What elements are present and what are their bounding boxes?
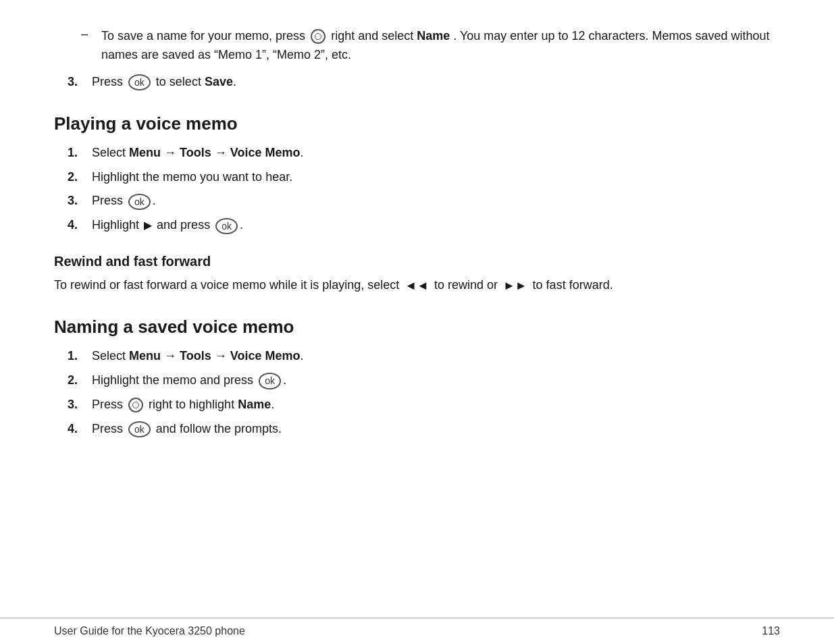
playing-step3-text: Press ok. <box>92 192 780 211</box>
ok-button-icon4: ok <box>259 373 281 389</box>
playing-step4-num: 4. <box>68 216 92 235</box>
step3-save-item: 3. Press ok to select Save. <box>54 73 780 92</box>
ps3-press: Press <box>92 194 123 207</box>
naming-step3-num: 3. <box>68 396 92 414</box>
ns1-arrow1: → <box>164 349 176 363</box>
nav-button-icon <box>311 29 325 44</box>
ps4-andpress: and press <box>157 218 210 232</box>
ns3-mid: right to highlight <box>149 398 234 411</box>
rewind-para-text: To rewind or fast forward a voice memo w… <box>54 278 399 292</box>
ps1-arrow2: → <box>215 146 227 159</box>
ns2-text: Highlight the memo and press <box>92 373 253 387</box>
footer: User Guide for the Kyocera 3250 phone 11… <box>0 618 834 644</box>
ns2-period: . <box>283 373 286 387</box>
step3-press: Press <box>92 75 123 88</box>
ok-button-icon5: ok <box>128 421 151 437</box>
dash-intro-item: – To save a name for your memo, press ri… <box>54 27 780 65</box>
rewind-icon: ◄◄ <box>405 277 429 296</box>
step3-text: Press ok to select Save. <box>92 73 780 92</box>
naming-step2-num: 2. <box>68 371 92 390</box>
ps1-voicememo: Voice Memo <box>230 146 301 159</box>
playing-step4-text: Highlight ▶ and press ok. <box>92 216 780 235</box>
nav-button-icon2 <box>128 398 143 412</box>
naming-step2-text: Highlight the memo and press ok. <box>92 371 780 390</box>
save-bold: Save <box>205 75 233 88</box>
naming-step1: 1. Select Menu → Tools → Voice Memo. <box>54 347 780 366</box>
playing-step4: 4. Highlight ▶ and press ok. <box>54 216 780 235</box>
playing-section-heading: Playing a voice memo <box>54 113 780 134</box>
footer-left: User Guide for the Kyocera 3250 phone <box>54 625 245 637</box>
dash-text2: right and select <box>331 29 413 43</box>
ns3-period: . <box>271 398 274 411</box>
ps4-highlight: Highlight <box>92 218 139 232</box>
rewind-subheading: Rewind and fast forward <box>54 254 780 269</box>
ps1-tools: Tools <box>180 146 211 159</box>
play-icon: ▶ <box>144 217 152 234</box>
ps4-period: . <box>240 218 243 232</box>
playing-step1-num: 1. <box>68 144 92 163</box>
ps1-period: . <box>300 146 303 159</box>
footer-right: 113 <box>762 625 780 637</box>
ps1-select: Select <box>92 146 126 159</box>
naming-step2: 2. Highlight the memo and press ok. <box>54 371 780 390</box>
naming-step1-text: Select Menu → Tools → Voice Memo. <box>92 347 780 366</box>
step3-period: . <box>233 75 236 88</box>
playing-step2-num: 2. <box>68 168 92 187</box>
name-bold: Name <box>417 29 450 43</box>
ns4-text-post: and follow the prompts. <box>156 422 282 435</box>
fastforward-icon: ►► <box>503 277 527 296</box>
playing-step2-text: Highlight the memo you want to hear. <box>92 168 780 187</box>
naming-step4-text: Press ok and follow the prompts. <box>92 420 780 439</box>
naming-step3: 3. Press right to highlight Name. <box>54 396 780 414</box>
ns1-arrow2: → <box>215 349 227 363</box>
naming-step4: 4. Press ok and follow the prompts. <box>54 420 780 439</box>
rewind-to-text: to rewind or <box>434 278 498 292</box>
ps1-menu: Menu <box>129 146 161 159</box>
rewind-para: To rewind or fast forward a voice memo w… <box>54 276 780 295</box>
naming-section-heading: Naming a saved voice memo <box>54 317 780 338</box>
playing-step2: 2. Highlight the memo you want to hear. <box>54 168 780 187</box>
playing-step1-text: Select Menu → Tools → Voice Memo. <box>92 144 780 163</box>
page-content: – To save a name for your memo, press ri… <box>0 0 834 485</box>
dash-intro-text: To save a name for your memo, press righ… <box>101 27 780 65</box>
ok-button-icon2: ok <box>128 194 151 210</box>
ns1-voicememo: Voice Memo <box>230 349 301 363</box>
ps1-arrow1: → <box>164 146 176 159</box>
playing-step1: 1. Select Menu → Tools → Voice Memo. <box>54 144 780 163</box>
naming-step3-text: Press right to highlight Name. <box>92 396 780 414</box>
ok-button-icon: ok <box>128 74 151 90</box>
playing-step3-num: 3. <box>68 192 92 211</box>
dash-symbol: – <box>81 27 101 65</box>
ok-button-icon3: ok <box>215 218 238 234</box>
ns1-menu: Menu <box>129 349 161 363</box>
naming-step4-num: 4. <box>68 420 92 439</box>
ns1-tools: Tools <box>180 349 211 363</box>
ps3-period: . <box>153 194 156 207</box>
ns4-press: Press <box>92 422 123 435</box>
dash-text-pre: To save a name for your memo, press <box>101 29 305 43</box>
naming-step1-num: 1. <box>68 347 92 366</box>
ns3-name: Name <box>238 398 271 411</box>
step3-num: 3. <box>68 73 92 92</box>
ff-text: to fast forward. <box>533 278 613 292</box>
ns1-period: . <box>300 349 303 363</box>
ns1-select: Select <box>92 349 126 363</box>
step3-to-select: to select <box>156 75 201 88</box>
playing-step3: 3. Press ok. <box>54 192 780 211</box>
ns3-press: Press <box>92 398 123 411</box>
